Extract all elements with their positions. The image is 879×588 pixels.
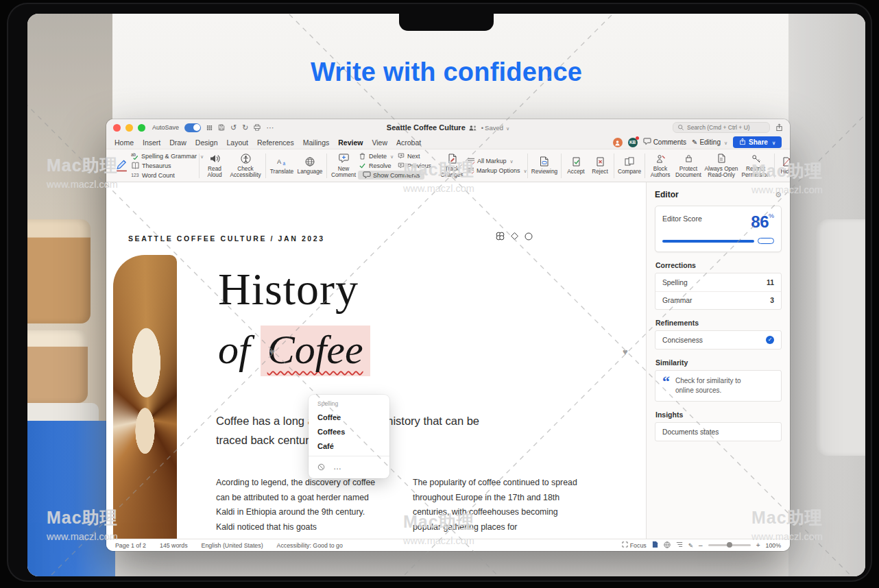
word-count-indicator[interactable]: 145 words xyxy=(160,542,188,549)
tab-home[interactable]: Home xyxy=(115,138,134,147)
focus-button[interactable]: Focus xyxy=(622,541,647,549)
tab-design[interactable]: Design xyxy=(195,138,218,147)
always-open-read-only-button[interactable]: Always Open Read-Only xyxy=(703,151,739,181)
accessibility-indicator[interactable]: Accessibility: Good to go xyxy=(277,542,343,549)
print-icon[interactable] xyxy=(254,124,261,131)
markup-options-dropdown[interactable]: Markup Options xyxy=(466,166,525,175)
print-layout-icon[interactable] xyxy=(652,541,658,550)
restrict-permission-button[interactable]: Restrict Permission xyxy=(739,151,772,181)
save-icon[interactable] xyxy=(218,124,225,131)
page-indicator[interactable]: Page 1 of 2 xyxy=(115,542,146,549)
saved-status[interactable]: Saved xyxy=(481,124,509,132)
editor-button[interactable] xyxy=(112,151,131,181)
suggestion-item[interactable]: Coffee xyxy=(309,410,389,424)
reject-changes-button[interactable]: Reject xyxy=(588,151,612,181)
diamond-shape-icon[interactable] xyxy=(509,231,520,244)
zoom-level[interactable]: 100% xyxy=(766,542,782,549)
block-authors-button[interactable]: Block Authors xyxy=(647,151,673,181)
tab-view[interactable]: View xyxy=(372,138,387,147)
language-button[interactable]: Language xyxy=(296,151,324,181)
accept-changes-button[interactable]: Accept xyxy=(564,151,588,181)
delete-comment-button[interactable]: Delete xyxy=(358,153,395,160)
avatar-coauthor[interactable] xyxy=(613,138,623,147)
close-window-button[interactable] xyxy=(113,124,121,132)
check-accessibility-button[interactable]: Check Accessibility xyxy=(228,151,263,181)
more-toolbar-icon[interactable]: ⋯ xyxy=(266,124,274,132)
minimize-window-button[interactable] xyxy=(125,124,133,132)
redo-icon[interactable]: ↻ xyxy=(242,124,248,132)
comments-button[interactable]: Comments xyxy=(643,138,686,147)
misspelled-word[interactable]: Cofee xyxy=(261,326,370,376)
editing-mode-dropdown[interactable]: ✎Editing xyxy=(692,138,727,146)
next-comment-button[interactable]: Next xyxy=(396,153,435,160)
tab-layout[interactable]: Layout xyxy=(226,138,248,147)
corrections-spelling-row[interactable]: Spelling11 xyxy=(655,273,781,291)
word-count-button[interactable]: 123Word Count xyxy=(131,171,197,180)
coauthors-icon[interactable] xyxy=(469,125,478,131)
refinements-conciseness-row[interactable]: Conciseness xyxy=(655,331,781,349)
saved-status-label: Saved xyxy=(485,124,503,132)
tab-mailings[interactable]: Mailings xyxy=(303,138,330,147)
draft-view-icon[interactable]: ✎ xyxy=(688,542,693,549)
insights-document-stats-row[interactable]: Documents states xyxy=(655,423,781,441)
outline-view-icon[interactable] xyxy=(676,541,683,549)
translate-button[interactable]: AáTranslate xyxy=(268,151,296,181)
suggestion-item[interactable]: Coffees xyxy=(309,424,389,439)
all-markup-dropdown[interactable]: All Markup xyxy=(466,156,525,165)
similarity-card[interactable]: Check for similarity to online sources. xyxy=(655,370,782,402)
corrections-grammar-row[interactable]: Grammar3 xyxy=(655,291,781,309)
undo-icon[interactable]: ↺ xyxy=(230,124,237,132)
document-heading-line2[interactable]: of Cofee xyxy=(218,326,370,373)
zoom-in-button[interactable]: + xyxy=(756,542,760,549)
autosave-toggle[interactable] xyxy=(184,123,201,132)
previous-comment-button[interactable]: Previous xyxy=(396,162,435,169)
compare-button[interactable]: Compare xyxy=(616,151,642,181)
tab-review[interactable]: Review xyxy=(338,138,363,147)
share-panel-icon[interactable] xyxy=(775,123,783,132)
zoom-slider-thumb[interactable] xyxy=(727,542,732,548)
search-input[interactable] xyxy=(687,124,765,131)
read-aloud-button[interactable]: Read Aloud xyxy=(202,151,228,181)
editor-pane-title: Editor xyxy=(655,190,679,199)
document-canvas[interactable]: SEATTLE COFFEE CULTURE / JAN 2023 Histor… xyxy=(106,182,646,539)
search-field[interactable] xyxy=(673,122,770,133)
score-progress-fill xyxy=(662,240,754,243)
show-comments-button[interactable]: Show Comments xyxy=(358,171,424,180)
hide-ink-button[interactable]: Hide xyxy=(777,151,790,181)
share-button[interactable]: Share xyxy=(733,136,782,148)
tab-insert[interactable]: Insert xyxy=(143,138,160,147)
heading-prefix[interactable]: of xyxy=(218,327,261,372)
more-options-button[interactable]: … xyxy=(333,465,342,469)
document-column-1[interactable]: Acording to legend, the discovery of cof… xyxy=(216,476,381,535)
circle-shape-icon[interactable] xyxy=(523,231,534,245)
avatar-kb[interactable]: KB xyxy=(628,138,638,147)
zoom-slider[interactable] xyxy=(708,544,751,546)
protect-document-button[interactable]: Protect Document xyxy=(673,151,703,181)
document-heading-line1[interactable]: History xyxy=(218,263,359,315)
apps-grid-icon[interactable] xyxy=(206,125,213,131)
document-column-2[interactable]: The popularity of coffee continued to sp… xyxy=(413,476,582,535)
clover-shape-icon[interactable] xyxy=(494,230,506,245)
language-indicator[interactable]: English (United States) xyxy=(202,542,263,549)
new-comment-button[interactable]: New Comment xyxy=(329,151,358,181)
web-layout-icon[interactable] xyxy=(664,541,671,550)
latte-art-image[interactable] xyxy=(113,255,177,539)
decorative-shapes[interactable] xyxy=(494,230,534,245)
accept-icon xyxy=(572,156,581,167)
ignore-icon[interactable] xyxy=(317,461,325,474)
document-kicker[interactable]: SEATTLE COFFEE CULTURE / JAN 2023 xyxy=(128,234,325,243)
suggestion-item[interactable]: Café xyxy=(309,439,389,453)
zoom-out-button[interactable]: – xyxy=(699,542,703,549)
reviewing-pane-button[interactable]: Reviewing xyxy=(530,151,559,181)
fullscreen-window-button[interactable] xyxy=(138,124,145,132)
tab-references[interactable]: References xyxy=(257,138,294,147)
spelling-suggestions-popup: Spelling Coffee Coffees Café … xyxy=(309,395,389,478)
spelling-grammar-button[interactable]: abSpelling & Grammar xyxy=(131,151,197,160)
thesaurus-button[interactable]: Thesaurus xyxy=(131,161,197,170)
resolve-comment-button[interactable]: Resolve xyxy=(358,162,395,169)
track-changes-button[interactable]: Track Changes xyxy=(437,151,466,181)
tab-draw[interactable]: Draw xyxy=(169,138,186,147)
svg-text:ab: ab xyxy=(131,152,136,157)
tab-acrobat[interactable]: Acrobat xyxy=(396,138,421,147)
gear-icon[interactable]: ⚙ xyxy=(775,191,782,199)
